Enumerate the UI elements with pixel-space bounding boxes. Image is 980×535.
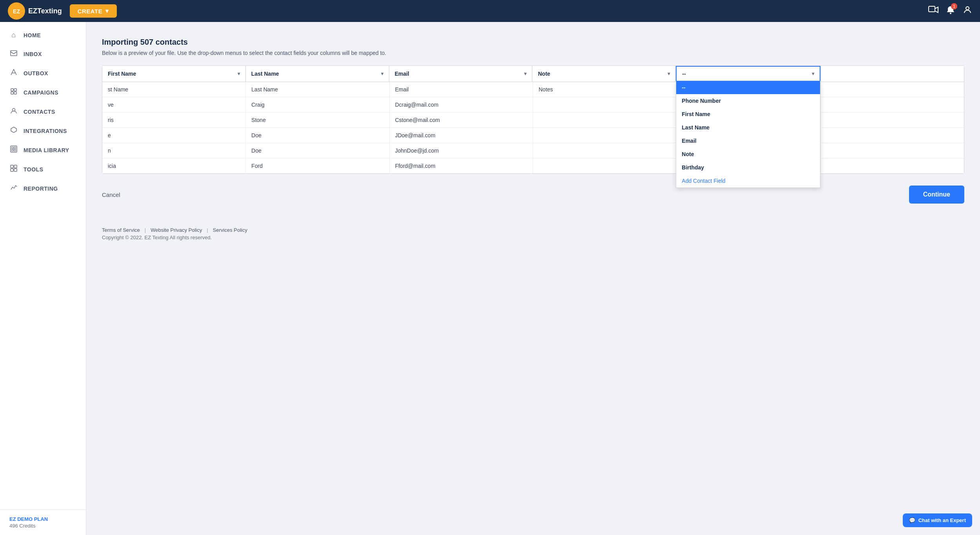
sidebar-label-reporting: REPORTING bbox=[24, 186, 58, 192]
continue-button[interactable]: Continue bbox=[909, 186, 964, 204]
footer-sep-2: | bbox=[207, 227, 208, 233]
footer-link-services[interactable]: Services Policy bbox=[213, 227, 247, 233]
col-header-dropdown-arrow: ▾ bbox=[812, 71, 814, 76]
sidebar-label-outbox: OUTBOX bbox=[24, 70, 48, 76]
campaigns-icon bbox=[9, 88, 18, 97]
svg-rect-7 bbox=[14, 89, 16, 91]
sidebar-item-reporting[interactable]: REPORTING bbox=[0, 179, 86, 198]
cell-4-3 bbox=[533, 143, 677, 158]
cell-1-extra bbox=[820, 97, 964, 112]
logo-text: EZTexting bbox=[28, 7, 62, 15]
sidebar-item-home[interactable]: ⌂ HOME bbox=[0, 26, 86, 44]
sidebar-label-integrations: INTEGRATIONS bbox=[24, 128, 67, 134]
cell-2-1: Stone bbox=[246, 113, 389, 127]
credits-label: 496 Credits bbox=[9, 523, 76, 529]
svg-rect-2 bbox=[929, 6, 935, 12]
cell-4-1: Doe bbox=[246, 143, 389, 158]
actions-row: Cancel Continue bbox=[102, 186, 964, 204]
dropdown-option-note[interactable]: Note bbox=[676, 147, 820, 161]
table-row: icia Ford Fford@mail.com bbox=[102, 158, 964, 173]
sidebar-label-campaigns: CAMPAIGNS bbox=[24, 89, 58, 96]
svg-rect-15 bbox=[12, 149, 13, 151]
svg-rect-16 bbox=[14, 149, 16, 151]
col-header-email[interactable]: Email ▾ bbox=[389, 66, 533, 82]
sidebar-item-media-library[interactable]: MEDIA LIBRARY bbox=[0, 140, 86, 160]
cell-5-extra bbox=[820, 158, 964, 173]
sidebar-item-contacts[interactable]: CONTACTS bbox=[0, 102, 86, 121]
table-row: ris Stone Cstone@mail.com bbox=[102, 113, 964, 128]
sidebar-label-inbox: INBOX bbox=[24, 51, 42, 57]
cell-2-3 bbox=[533, 113, 677, 127]
table-row: e Doe JDoe@mail.com bbox=[102, 128, 964, 143]
dropdown-option-first-name[interactable]: First Name bbox=[676, 107, 820, 121]
cell-5-3 bbox=[533, 158, 677, 173]
cancel-button[interactable]: Cancel bbox=[102, 187, 120, 202]
cell-3-0: e bbox=[102, 128, 246, 143]
svg-rect-18 bbox=[14, 165, 17, 168]
cell-3-3 bbox=[533, 128, 677, 143]
chevron-down-icon: ▾ bbox=[105, 7, 109, 15]
cell-4-0: n bbox=[102, 143, 246, 158]
import-desc: Below is a preview of your file. Use the… bbox=[102, 50, 964, 56]
dropdown-option-phone-number[interactable]: Phone Number bbox=[676, 94, 820, 107]
cell-2-extra bbox=[820, 113, 964, 127]
col-header-dropdown-label: -- bbox=[682, 71, 686, 77]
notification-bell-icon[interactable]: 1 bbox=[946, 5, 955, 16]
table-row: ve Craig Dcraig@mail.com bbox=[102, 97, 964, 113]
cell-2-2: Cstone@mail.com bbox=[390, 113, 533, 127]
import-title: Importing 507 contacts bbox=[102, 38, 964, 47]
sidebar-item-tools[interactable]: TOOLS bbox=[0, 160, 86, 179]
svg-point-3 bbox=[950, 13, 951, 14]
dropdown-option-last-name[interactable]: Last Name bbox=[676, 121, 820, 134]
cell-0-3: Notes bbox=[533, 82, 677, 97]
dropdown-option-add-contact-field[interactable]: Add Contact Field bbox=[676, 174, 820, 187]
user-profile-icon[interactable] bbox=[963, 5, 972, 17]
notification-badge: 1 bbox=[951, 3, 957, 9]
col-header-last-name[interactable]: Last Name ▾ bbox=[246, 66, 389, 82]
sidebar-bottom: EZ DEMO PLAN 496 Credits bbox=[0, 510, 86, 535]
sidebar-label-home: HOME bbox=[24, 32, 41, 38]
nav-right-icons: 1 bbox=[928, 5, 972, 17]
col-header-dropdown[interactable]: -- ▾ -- Phone Number First Name Last Nam… bbox=[676, 66, 820, 82]
column-headers: First Name ▾ Last Name ▾ Email ▾ Note ▾ bbox=[102, 66, 964, 82]
footer-link-terms[interactable]: Terms of Service bbox=[102, 227, 140, 233]
dropdown-option-email[interactable]: Email bbox=[676, 134, 820, 147]
footer-link-privacy[interactable]: Website Privacy Policy bbox=[151, 227, 202, 233]
cell-0-extra bbox=[820, 82, 964, 97]
media-library-icon bbox=[9, 146, 18, 155]
sidebar-item-outbox[interactable]: OUTBOX bbox=[0, 64, 86, 83]
footer-sep-1: | bbox=[145, 227, 146, 233]
sidebar-item-campaigns[interactable]: CAMPAIGNS bbox=[0, 83, 86, 102]
dropdown-option-selected[interactable]: -- bbox=[676, 81, 820, 94]
cell-3-extra bbox=[820, 128, 964, 143]
chat-widget[interactable]: 💬 Chat with an Expert bbox=[903, 513, 972, 527]
cell-1-1: Craig bbox=[246, 97, 389, 112]
chat-label: Chat with an Expert bbox=[918, 517, 966, 523]
footer-copyright: Copyright © 2022. EZ Texting All rights … bbox=[102, 235, 964, 240]
cell-0-1: Last Name bbox=[246, 82, 389, 97]
cell-3-2: JDoe@mail.com bbox=[390, 128, 533, 143]
cell-0-2: Email bbox=[390, 82, 533, 97]
video-icon[interactable] bbox=[928, 5, 938, 16]
dropdown-menu: -- Phone Number First Name Last Name Ema… bbox=[676, 81, 820, 188]
logo-area: EZ EZTexting bbox=[8, 2, 62, 20]
col-header-first-name-label: First Name bbox=[108, 71, 136, 77]
contacts-icon bbox=[9, 107, 18, 116]
chat-icon: 💬 bbox=[909, 517, 915, 523]
create-button[interactable]: CREATE ▾ bbox=[70, 4, 117, 18]
svg-rect-20 bbox=[14, 169, 17, 171]
col-header-first-name[interactable]: First Name ▾ bbox=[102, 66, 246, 82]
svg-text:EZ: EZ bbox=[13, 8, 20, 15]
outbox-icon bbox=[9, 69, 18, 78]
svg-rect-12 bbox=[11, 146, 17, 152]
col-header-last-name-label: Last Name bbox=[251, 71, 279, 77]
dropdown-option-birthday[interactable]: Birthday bbox=[676, 161, 820, 174]
cell-1-2: Dcraig@mail.com bbox=[390, 97, 533, 112]
sidebar-item-integrations[interactable]: INTEGRATIONS bbox=[0, 121, 86, 140]
inbox-icon bbox=[9, 49, 18, 58]
integrations-icon bbox=[9, 126, 18, 135]
plan-label: EZ DEMO PLAN bbox=[9, 516, 76, 522]
sidebar-item-inbox[interactable]: INBOX bbox=[0, 44, 86, 64]
col-header-note[interactable]: Note ▾ bbox=[532, 66, 676, 82]
col-header-note-label: Note bbox=[538, 71, 550, 77]
